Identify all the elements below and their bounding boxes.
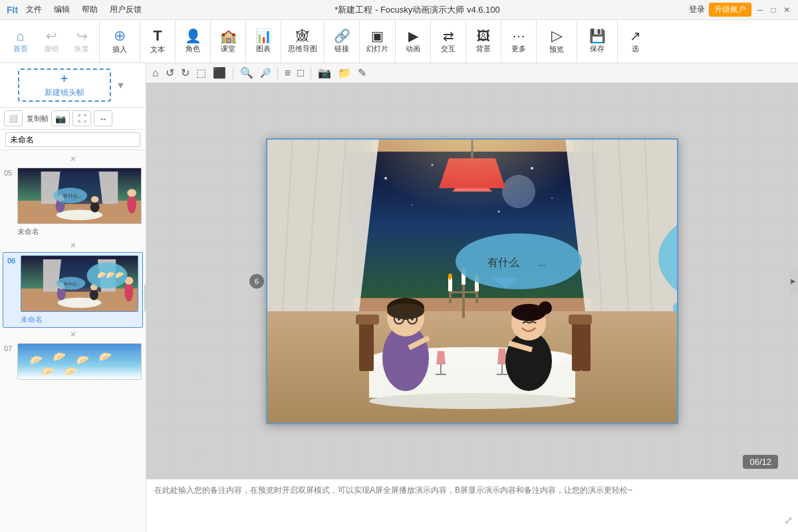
- svg-point-24: [124, 282, 133, 301]
- text-label: 文本: [150, 45, 165, 55]
- toolbar-classroom[interactable]: 🏫 课堂: [213, 23, 243, 60]
- slide-item-06[interactable]: 06: [3, 252, 143, 328]
- toolbar-redo[interactable]: ↪ 恢复: [67, 23, 96, 60]
- close-button[interactable]: ✕: [782, 5, 791, 15]
- camera-button[interactable]: 📷: [51, 110, 70, 126]
- svg-point-11: [127, 189, 136, 197]
- canvas-area: ⌂ ↺ ↻ ⬚ ⬛ 🔍 🔎 ≡ □ 📷 📁 ✎ 6: [146, 63, 798, 532]
- svg-text:🥟: 🥟: [64, 366, 78, 377]
- svg-text:🥟🥟🥟: 🥟🥟🥟: [97, 271, 124, 279]
- canvas-zoom-out-icon[interactable]: 🔎: [258, 66, 273, 79]
- svg-rect-72: [449, 291, 478, 293]
- copy-frame-label: 复制帧: [27, 114, 49, 124]
- thumb-scene-05: 有什么...: [18, 168, 141, 223]
- home-icon: ⌂: [17, 29, 25, 43]
- toolbar-slide[interactable]: ▣ 幻灯片: [362, 23, 392, 60]
- toolbar-more[interactable]: ⋯ 更多: [504, 23, 533, 60]
- sidebar-scroll: ▼: [114, 80, 128, 90]
- slide-thumb-05: 有什么...: [17, 168, 142, 224]
- new-frame-button[interactable]: + 新建镜头帧: [18, 68, 111, 102]
- slide-divider-06: ✕: [0, 239, 146, 251]
- slide-item-05[interactable]: 05: [0, 165, 146, 239]
- toolbar-undo[interactable]: ↩ 撤销: [37, 23, 66, 60]
- toolbar-text[interactable]: T 文本: [143, 23, 172, 60]
- plus-icon: +: [61, 72, 68, 86]
- canvas-view: 6: [146, 83, 798, 479]
- svg-text:🥟: 🥟: [29, 354, 43, 365]
- toolbar-insert[interactable]: ⊕ 插入: [102, 23, 137, 60]
- svg-point-104: [398, 318, 400, 321]
- toolbar-save[interactable]: 💾 保存: [580, 23, 614, 60]
- toolbar-character[interactable]: 👤 角色: [178, 23, 207, 60]
- character-icon: 👤: [185, 29, 201, 43]
- canvas-grid-icon[interactable]: □: [295, 66, 306, 80]
- menu-edit[interactable]: 编辑: [50, 4, 74, 15]
- preview-icon: ▷: [551, 29, 563, 43]
- slides-list: ✕ 05: [0, 150, 146, 532]
- interact-label: 交互: [441, 44, 456, 54]
- toolbar-select[interactable]: ↗ 选: [620, 23, 650, 60]
- canvas-edit-icon[interactable]: ✎: [356, 65, 368, 80]
- classroom-icon: 🏫: [220, 29, 237, 43]
- menu-help[interactable]: 帮助: [78, 4, 102, 15]
- link-label: 链接: [334, 44, 349, 54]
- menu-feedback[interactable]: 用户反馈: [106, 4, 146, 15]
- interact-icon: ⇄: [443, 29, 454, 43]
- toolbar-bg[interactable]: 🖼 背景: [469, 23, 498, 60]
- toolbar-link[interactable]: 🔗 链接: [327, 23, 356, 60]
- svg-text:🥟: 🥟: [53, 351, 66, 362]
- scroll-down-icon[interactable]: ▼: [116, 80, 126, 90]
- canvas-zoom-in-icon[interactable]: 🔍: [238, 65, 255, 80]
- swap-button[interactable]: ↔: [94, 110, 112, 126]
- main-area: + 新建镜头帧 ▼ ⬜ 复制帧 📷 ⛶ ↔: [0, 63, 798, 532]
- redo-label: 恢复: [74, 44, 89, 54]
- toolbar-group-mindmap: 🕸 思维导图: [281, 20, 325, 63]
- canvas-align-icon[interactable]: ≡: [283, 66, 293, 80]
- frame-name-container: [0, 130, 146, 150]
- toolbar-animation[interactable]: ▶ 动画: [398, 23, 428, 60]
- slide-item-07[interactable]: 07: [0, 340, 146, 382]
- canvas-camera-icon[interactable]: 📷: [316, 65, 333, 80]
- minimize-button[interactable]: ─: [755, 5, 765, 15]
- canvas-home-icon[interactable]: ⌂: [150, 66, 161, 80]
- upgrade-button[interactable]: 升级账户: [709, 3, 751, 17]
- canvas-crop-icon[interactable]: ⬚: [194, 65, 208, 80]
- canvas-frame-icon[interactable]: ⬛: [211, 65, 228, 80]
- svg-text:有什么...: 有什么...: [63, 281, 80, 286]
- menu-file[interactable]: 文件: [22, 4, 46, 15]
- thumb-bg-07: 🥟 🥟 🥟 🥟 🥟 🥟: [18, 344, 141, 379]
- toolbar-chart[interactable]: 📊 图表: [249, 23, 278, 60]
- sidebar-top: + 新建镜头帧 ▼: [0, 63, 146, 108]
- toolbar-mindmap[interactable]: 🕸 思维导图: [284, 23, 321, 60]
- notes-expand-icon[interactable]: ⤢: [784, 514, 793, 527]
- more-label: 更多: [511, 44, 526, 54]
- copy-frame-button[interactable]: ⬜: [4, 110, 23, 126]
- notes-input[interactable]: [154, 485, 790, 527]
- maximize-button[interactable]: □: [769, 5, 778, 15]
- canvas-undo-icon[interactable]: ↺: [164, 65, 176, 80]
- divider-icon-06: ✕: [70, 241, 76, 250]
- canvas-folder-icon[interactable]: 📁: [336, 65, 353, 80]
- preview-label: 预览: [549, 45, 564, 55]
- bg-label: 背景: [476, 44, 491, 54]
- toolbar-group-bg: 🖼 背景: [466, 20, 501, 63]
- thumb-scene-06: 🥟🥟🥟 有什么...: [21, 256, 138, 311]
- titlebar-right: 登录 升级账户 ─ □ ✕: [689, 3, 791, 17]
- toolbar-preview[interactable]: ▷ 预览: [539, 23, 574, 60]
- slide-thumb-07: 🥟 🥟 🥟 🥟 🥟 🥟: [17, 343, 142, 380]
- canvas-redo-icon[interactable]: ↻: [179, 65, 192, 80]
- fullscreen-button[interactable]: ⛶: [72, 110, 91, 126]
- right-panel-toggle[interactable]: ▶: [789, 268, 798, 295]
- slide-num-05: 05: [4, 168, 17, 177]
- svg-point-100: [387, 303, 424, 319]
- home-label: 首页: [13, 44, 28, 54]
- canvas-frame: 有什么 ... 🥟 🥟 🥟 🥟 🥟 🥟: [266, 138, 678, 424]
- frame-name-input[interactable]: [5, 132, 140, 147]
- toolbar-interact[interactable]: ⇄ 交互: [434, 23, 463, 60]
- toolbar-group-more: ⋯ 更多: [501, 20, 537, 63]
- toolbar-home[interactable]: ⌂ 首页: [6, 23, 35, 60]
- new-frame-label: 新建镜头帧: [45, 87, 84, 98]
- slide-divider-07: ✕: [0, 329, 146, 340]
- login-button[interactable]: 登录: [689, 4, 705, 15]
- svg-rect-93: [356, 315, 379, 325]
